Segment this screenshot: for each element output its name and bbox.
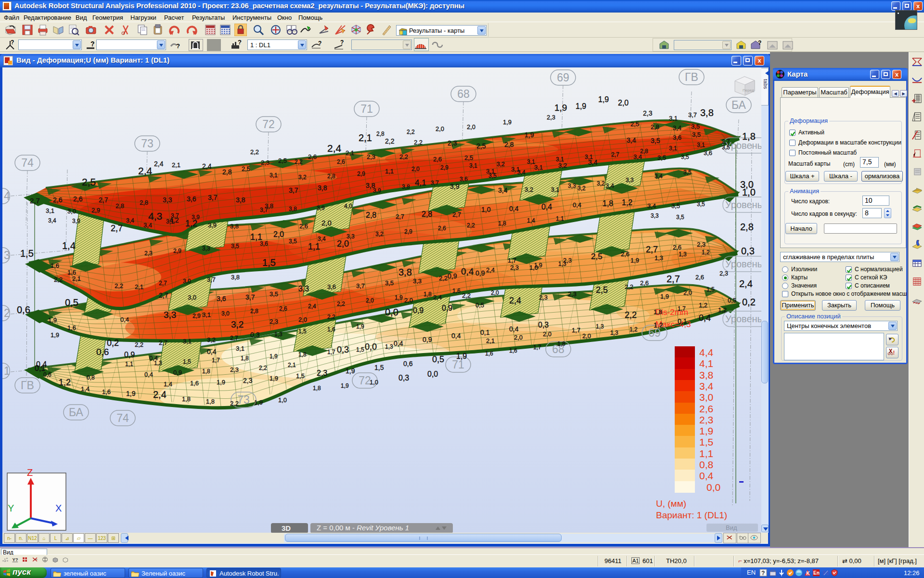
svg-text:0,1: 0,1 [480,328,490,336]
svg-text:0,9: 0,9 [173,369,182,376]
svg-text:2,4: 2,4 [202,162,212,170]
svg-text:2,3: 2,3 [643,109,653,117]
svg-text:1,5: 1,5 [699,436,713,447]
svg-text:2,6: 2,6 [640,279,649,287]
svg-text:3,8: 3,8 [289,206,297,212]
svg-text:3,4: 3,4 [143,222,152,229]
svg-text:ГВ: ГВ [685,71,698,83]
svg-text:2,6: 2,6 [695,274,704,281]
svg-text:1,9: 1,9 [356,323,364,330]
svg-text:3,1: 3,1 [585,154,593,160]
svg-text:3,8: 3,8 [402,184,410,190]
svg-text:74: 74 [116,412,129,424]
svg-text:1,5: 1,5 [296,372,305,380]
svg-text:71: 71 [360,103,373,115]
svg-text:2,7: 2,7 [99,196,108,204]
svg-text:2,6: 2,6 [433,156,442,163]
svg-text:3D: 3D [282,524,291,532]
svg-text:1,5: 1,5 [356,346,364,353]
svg-text:3,4: 3,4 [48,217,56,224]
svg-text:3,9: 3,9 [72,218,80,224]
svg-text:2,2: 2,2 [414,139,423,146]
svg-text:2,0: 2,0 [404,297,413,304]
svg-text:0,6: 0,6 [43,371,51,378]
svg-text:+: + [6,557,8,560]
svg-text:73: 73 [141,137,154,150]
svg-text:1,4: 1,4 [62,240,76,251]
svg-text:4: 4 [4,190,10,202]
svg-text:3,3: 3,3 [163,196,172,204]
svg-text:3,8: 3,8 [318,184,327,192]
svg-text:3,4: 3,4 [318,236,326,242]
svg-text:2,5: 2,5 [464,154,473,161]
svg-text:1,4: 1,4 [527,217,535,224]
svg-text:Уровень: Уровень [725,140,761,151]
svg-text:2,3: 2,3 [510,264,519,271]
svg-text:3,5: 3,5 [692,131,701,138]
svg-text:2,8: 2,8 [327,173,335,180]
svg-text:1,5: 1,5 [298,328,307,335]
svg-text:2,1: 2,1 [135,283,143,290]
svg-text:2,7: 2,7 [396,213,404,220]
svg-text:1,6: 1,6 [327,326,335,333]
svg-text:2,7: 2,7 [667,274,680,284]
svg-text:1,9: 1,9 [51,331,59,339]
svg-text:3,5: 3,5 [385,279,394,287]
svg-text:2,6: 2,6 [337,158,345,165]
svg-text:2,5: 2,5 [596,285,608,295]
svg-text:3,3: 3,3 [651,212,659,219]
svg-text:1,1: 1,1 [385,168,394,175]
svg-text:2,7: 2,7 [452,211,461,218]
svg-text:2,4: 2,4 [486,266,495,274]
svg-text:72: 72 [262,118,275,131]
svg-text:3,5: 3,5 [697,201,705,208]
svg-text:3,7: 3,7 [208,194,218,201]
svg-text:3,0: 3,0 [188,294,196,301]
svg-text:2,6: 2,6 [673,244,681,251]
svg-text:3,1: 3,1 [183,338,192,345]
svg-text:3,4: 3,4 [699,381,714,392]
svg-text:2,3: 2,3 [367,153,375,160]
svg-text:3,1: 3,1 [236,345,244,352]
svg-text:3,1: 3,1 [669,145,677,152]
svg-text:0,6: 0,6 [17,304,30,315]
svg-text:1,5: 1,5 [374,364,384,371]
svg-text:БА: БА [732,99,746,111]
svg-text:3,1: 3,1 [669,115,678,122]
svg-text:1,6: 1,6 [67,324,76,331]
svg-text:3,5: 3,5 [651,137,660,144]
svg-text:1,9: 1,9 [270,375,278,382]
svg-text:?: ? [318,40,321,47]
svg-text:?: ? [238,39,242,46]
svg-text:3,1: 3,1 [202,311,211,318]
svg-text:3,4: 3,4 [126,217,134,224]
svg-text:3,1: 3,1 [527,158,535,165]
svg-text:3,5: 3,5 [683,169,692,176]
svg-text:0,4: 0,4 [509,325,519,333]
svg-text:4,1: 4,1 [415,178,426,187]
svg-text:2,8: 2,8 [376,131,385,137]
svg-text:1,4: 1,4 [164,381,172,388]
svg-text:3,9: 3,9 [208,222,217,229]
svg-text:?: ? [340,39,344,46]
svg-text:2,2: 2,2 [625,283,633,290]
svg-text:3,2: 3,2 [497,161,505,168]
svg-text:0,9: 0,9 [413,306,424,315]
svg-text:2,4: 2,4 [433,294,442,301]
svg-text:2,9: 2,9 [357,171,365,177]
svg-text:1,7: 1,7 [327,349,335,355]
svg-text:3,3: 3,3 [568,183,576,189]
svg-text:0,8: 0,8 [699,459,713,470]
svg-text:2,0: 2,0 [683,289,692,296]
svg-text:2,1: 2,1 [486,337,495,344]
svg-text:0,6: 0,6 [403,360,413,368]
svg-text:2,8: 2,8 [222,168,232,176]
svg-text:0,5: 0,5 [475,302,484,309]
svg-text:0,5: 0,5 [432,355,444,364]
svg-text:2,9: 2,9 [404,228,412,235]
svg-text:1,9: 1,9 [48,316,57,324]
svg-text:3,6: 3,6 [260,240,268,247]
svg-text:4,0: 4,0 [344,203,352,210]
svg-text:1,3: 1,3 [558,261,566,267]
svg-text:3,9: 3,9 [450,183,460,190]
